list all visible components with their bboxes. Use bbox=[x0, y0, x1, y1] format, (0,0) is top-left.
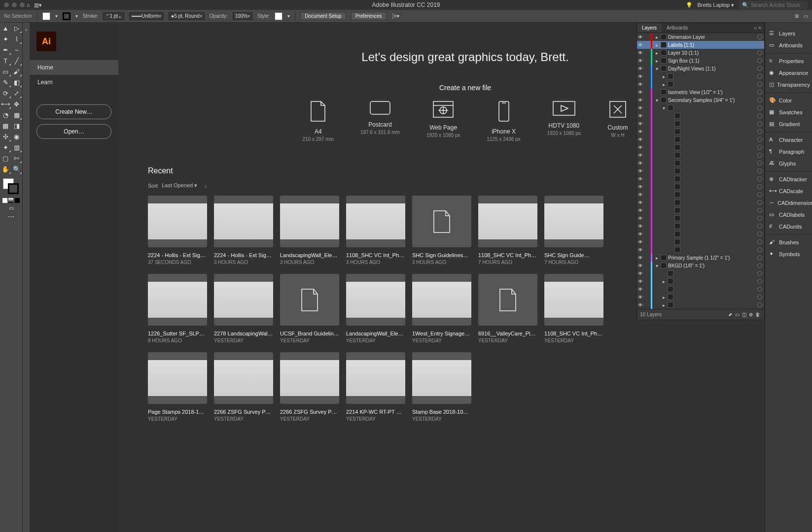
paintbrush-tool[interactable]: 🖌 bbox=[11, 66, 23, 77]
recent-file[interactable]: UCSF_Brand Guidelines_3.2_…YESTERDAY bbox=[280, 274, 339, 343]
collapse-home-icon[interactable]: ‹ bbox=[23, 23, 30, 532]
panel-brushes[interactable]: 🖌Brushes bbox=[765, 234, 812, 248]
target-icon[interactable] bbox=[757, 137, 762, 142]
graph-tool[interactable]: ▥ bbox=[11, 142, 23, 153]
target-icon[interactable] bbox=[757, 255, 762, 260]
layer-row[interactable]: 👁▾Secondary Samples (3/4" = 1') bbox=[637, 96, 764, 104]
layer-row[interactable]: 👁 bbox=[637, 222, 764, 230]
layer-name[interactable]: Labels (1:1) bbox=[668, 42, 757, 48]
panel-symbols[interactable]: ✦Symbols bbox=[765, 248, 812, 260]
file-thumbnail[interactable] bbox=[148, 274, 207, 326]
new-layer-icon[interactable]: ⊕ bbox=[747, 312, 754, 317]
direct-selection-tool[interactable]: ▷ bbox=[11, 23, 23, 33]
recent-file[interactable]: 2224 - Hollis - Ext Sign Schem…37 SECOND… bbox=[148, 196, 207, 265]
target-icon[interactable] bbox=[757, 50, 762, 55]
target-icon[interactable] bbox=[757, 66, 762, 71]
target-icon[interactable] bbox=[757, 82, 762, 87]
delete-layer-icon[interactable]: 🗑 bbox=[754, 312, 761, 317]
file-thumbnail[interactable] bbox=[148, 352, 207, 404]
target-icon[interactable] bbox=[757, 98, 762, 102]
nav-home[interactable]: Home bbox=[30, 60, 118, 75]
recent-file[interactable]: SHC Sign Guidelines_2015.09…3 HOURS AGO bbox=[412, 196, 471, 265]
document-setup-button[interactable]: Document Setup bbox=[300, 12, 346, 20]
target-icon[interactable] bbox=[757, 145, 762, 150]
visibility-icon[interactable]: 👁 bbox=[637, 224, 644, 229]
recent-file[interactable]: 1West_Entry Signage Mockup…YESTERDAY bbox=[412, 274, 471, 343]
zoom-tool[interactable]: 🔍 bbox=[11, 164, 23, 174]
layer-row[interactable]: 👁 bbox=[637, 183, 764, 191]
target-icon[interactable] bbox=[757, 129, 762, 134]
twisty-icon[interactable]: ▸ bbox=[661, 279, 666, 284]
visibility-icon[interactable]: 👁 bbox=[637, 137, 644, 142]
create-new-button[interactable]: Create New… bbox=[36, 104, 111, 119]
layer-row[interactable]: 👁▸Dimension Layer bbox=[637, 33, 764, 41]
layer-row[interactable]: 👁 bbox=[637, 191, 764, 199]
layer-name[interactable]: Day/Night Views (1:1) bbox=[668, 66, 757, 71]
align-icon[interactable]: ┆≡▾ bbox=[391, 13, 400, 19]
target-icon[interactable] bbox=[757, 176, 762, 181]
visibility-icon[interactable]: 👁 bbox=[637, 216, 644, 221]
layer-name[interactable]: Dimension Layer bbox=[668, 34, 757, 40]
layer-row[interactable]: 👁▸ bbox=[637, 293, 764, 301]
edit-toolbar-icon[interactable]: ⋯ bbox=[0, 211, 22, 222]
rectangle-tool[interactable]: ▭ bbox=[0, 66, 11, 77]
target-icon[interactable] bbox=[757, 263, 762, 268]
layer-row[interactable]: 👁 bbox=[637, 285, 764, 293]
layer-row[interactable]: 👁▾ bbox=[637, 104, 764, 112]
layer-row[interactable]: 👁 bbox=[637, 214, 764, 222]
file-thumbnail[interactable] bbox=[214, 196, 273, 247]
file-thumbnail[interactable] bbox=[214, 352, 273, 404]
stroke-weight-field[interactable]: ⌃ 1 pt ⌄ bbox=[103, 12, 124, 20]
pen-tool[interactable]: ✒ bbox=[0, 44, 11, 55]
visibility-icon[interactable]: 👁 bbox=[637, 239, 644, 245]
recent-file[interactable]: 2266 ZSFG Survey Pages 2018…YESTERDAY bbox=[280, 352, 339, 422]
stroke-swatch[interactable] bbox=[63, 12, 71, 20]
close-icon[interactable] bbox=[4, 2, 9, 7]
recent-file[interactable]: 2266 ZSFG Survey Pages 2018…YESTERDAY bbox=[214, 352, 273, 422]
layer-row[interactable]: 👁 bbox=[637, 269, 764, 277]
recent-file[interactable]: Stamp Base 2018-10147-BE.aiYESTERDAY bbox=[412, 352, 471, 422]
layer-row[interactable]: 👁▸ bbox=[637, 72, 764, 80]
layer-name[interactable]: BKGD (1/8" = 1') bbox=[668, 263, 757, 268]
recent-file[interactable]: LandscapingWall_Elevations_…YESTERDAY bbox=[346, 274, 405, 343]
recent-file[interactable]: 1108_SHC VC Int_Photo Rend…YESTERDAY bbox=[544, 274, 603, 343]
preset-custom[interactable]: CustomW x H bbox=[607, 100, 628, 142]
visibility-icon[interactable]: 👁 bbox=[637, 208, 644, 213]
layer-row[interactable]: 👁Isometric View (1/2" = 1') bbox=[637, 88, 764, 96]
panel-collapse-icon[interactable]: ›› ≡ bbox=[751, 23, 764, 33]
target-icon[interactable] bbox=[757, 74, 762, 79]
target-icon[interactable] bbox=[757, 113, 762, 118]
file-thumbnail[interactable] bbox=[478, 196, 537, 247]
rotate-tool[interactable]: ⟳ bbox=[0, 88, 11, 99]
target-icon[interactable] bbox=[757, 161, 762, 166]
eraser-tool[interactable]: ◧ bbox=[11, 77, 23, 88]
stroke-color[interactable] bbox=[8, 183, 19, 194]
preset-a4[interactable]: A4210 x 297 mm bbox=[303, 100, 334, 142]
visibility-icon[interactable]: 👁 bbox=[637, 295, 644, 300]
visibility-icon[interactable]: 👁 bbox=[637, 287, 644, 292]
gradient-mode-icon[interactable] bbox=[8, 198, 13, 203]
new-sublayer-icon[interactable]: ◫ bbox=[741, 312, 747, 317]
fill-swatch[interactable] bbox=[42, 12, 50, 20]
home-icon[interactable]: ⌂ bbox=[25, 2, 32, 8]
target-icon[interactable] bbox=[757, 192, 762, 197]
panel-cadscale[interactable]: ⟷CADscale bbox=[765, 185, 812, 197]
file-thumbnail[interactable] bbox=[412, 352, 471, 404]
visibility-icon[interactable]: 👁 bbox=[637, 279, 644, 284]
scale-tool[interactable]: ⤢ bbox=[11, 88, 23, 99]
target-icon[interactable] bbox=[757, 58, 762, 63]
layer-row[interactable]: 👁▸Primary Sample (1 1/2" = 1') bbox=[637, 254, 764, 262]
file-thumbnail[interactable] bbox=[478, 274, 537, 326]
twisty-icon[interactable]: ▾ bbox=[654, 98, 659, 103]
recent-file[interactable]: 2224 - Hollis - Ext Sign Schem…3 HOURS A… bbox=[214, 196, 273, 265]
gradient-tool[interactable]: ◨ bbox=[11, 120, 23, 131]
file-thumbnail[interactable] bbox=[412, 196, 471, 247]
target-icon[interactable] bbox=[757, 224, 762, 229]
target-icon[interactable] bbox=[757, 153, 762, 158]
layer-row[interactable]: 👁▸ bbox=[637, 80, 764, 88]
style-swatch[interactable] bbox=[275, 12, 282, 20]
free-transform-tool[interactable]: ✥ bbox=[11, 99, 23, 109]
preset-postcard[interactable]: Postcard197.6 x 101.6 mm bbox=[360, 100, 400, 142]
twisty-icon[interactable]: ▸ bbox=[661, 82, 666, 87]
layer-row[interactable]: 👁 bbox=[637, 167, 764, 175]
